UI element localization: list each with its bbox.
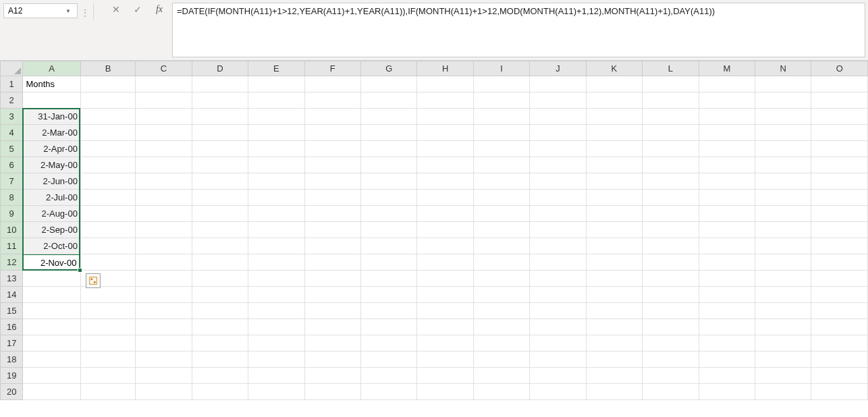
cell-I1[interactable] xyxy=(473,76,529,92)
col-header-J[interactable]: J xyxy=(530,61,586,76)
cell-A16[interactable] xyxy=(23,319,81,335)
cell-C9[interactable] xyxy=(136,206,192,222)
cell-F6[interactable] xyxy=(304,157,360,173)
cell-B16[interactable] xyxy=(80,319,135,335)
cell-A14[interactable] xyxy=(23,287,81,303)
col-header-A[interactable]: A xyxy=(23,61,81,76)
cell-N18[interactable] xyxy=(755,352,811,368)
cell-K11[interactable] xyxy=(586,238,642,254)
cell-N13[interactable] xyxy=(755,271,811,287)
cell-E5[interactable] xyxy=(248,141,304,157)
cell-C5[interactable] xyxy=(136,141,192,157)
cell-F9[interactable] xyxy=(304,206,360,222)
cell-A8[interactable]: 2-Jul-00 xyxy=(23,190,81,206)
row-header-20[interactable]: 20 xyxy=(1,384,23,400)
cell-L7[interactable] xyxy=(643,173,699,190)
cell-G11[interactable] xyxy=(360,238,416,254)
cell-C16[interactable] xyxy=(136,319,192,335)
cell-H6[interactable] xyxy=(417,157,473,173)
cell-C15[interactable] xyxy=(136,303,192,319)
cell-H11[interactable] xyxy=(417,238,473,254)
cell-M14[interactable] xyxy=(699,287,755,303)
cell-B3[interactable] xyxy=(80,109,135,125)
cell-O4[interactable] xyxy=(811,125,868,141)
cell-F15[interactable] xyxy=(304,303,360,319)
cell-J13[interactable] xyxy=(530,271,586,287)
cell-B14[interactable] xyxy=(80,287,135,303)
cell-H3[interactable] xyxy=(417,109,473,125)
cell-K14[interactable] xyxy=(586,287,642,303)
cell-M7[interactable] xyxy=(699,173,755,190)
cell-A10[interactable]: 2-Sep-00 xyxy=(23,222,81,238)
cell-L10[interactable] xyxy=(643,222,699,238)
cell-H5[interactable] xyxy=(417,141,473,157)
cell-E2[interactable] xyxy=(248,92,304,109)
cell-B4[interactable] xyxy=(80,125,135,141)
row-header-16[interactable]: 16 xyxy=(1,319,23,335)
cell-G6[interactable] xyxy=(360,157,416,173)
cell-D20[interactable] xyxy=(192,384,248,400)
cell-L8[interactable] xyxy=(643,190,699,206)
cell-H16[interactable] xyxy=(417,319,473,335)
cell-K1[interactable] xyxy=(586,76,642,92)
cell-G3[interactable] xyxy=(360,109,416,125)
cell-N5[interactable] xyxy=(755,141,811,157)
cell-K15[interactable] xyxy=(586,303,642,319)
row-header-17[interactable]: 17 xyxy=(1,335,23,352)
cell-L12[interactable] xyxy=(643,254,699,271)
row-header-10[interactable]: 10 xyxy=(1,222,23,238)
cell-D4[interactable] xyxy=(192,125,248,141)
cell-C19[interactable] xyxy=(136,368,192,384)
cell-A4[interactable]: 2-Mar-00 xyxy=(23,125,81,141)
cell-D7[interactable] xyxy=(192,173,248,190)
cell-O6[interactable] xyxy=(811,157,868,173)
cell-J19[interactable] xyxy=(530,368,586,384)
cell-G5[interactable] xyxy=(360,141,416,157)
cell-N7[interactable] xyxy=(755,173,811,190)
cell-J3[interactable] xyxy=(530,109,586,125)
cell-J9[interactable] xyxy=(530,206,586,222)
cell-K2[interactable] xyxy=(586,92,642,109)
cell-F4[interactable] xyxy=(304,125,360,141)
cell-M8[interactable] xyxy=(699,190,755,206)
cell-B17[interactable] xyxy=(80,335,135,352)
cell-J1[interactable] xyxy=(530,76,586,92)
cell-B7[interactable] xyxy=(80,173,135,190)
col-header-L[interactable]: L xyxy=(643,61,699,76)
cell-O1[interactable] xyxy=(811,76,868,92)
cell-M11[interactable] xyxy=(699,238,755,254)
cell-L3[interactable] xyxy=(643,109,699,125)
cell-I12[interactable] xyxy=(473,254,529,271)
spreadsheet-grid[interactable]: A B C D E F G H I J K L M N O 1Months233… xyxy=(0,61,868,400)
cell-I13[interactable] xyxy=(473,271,529,287)
cell-H1[interactable] xyxy=(417,76,473,92)
cell-C6[interactable] xyxy=(136,157,192,173)
col-header-H[interactable]: H xyxy=(417,61,473,76)
cell-H9[interactable] xyxy=(417,206,473,222)
cell-K3[interactable] xyxy=(586,109,642,125)
row-header-8[interactable]: 8 xyxy=(1,190,23,206)
cell-G15[interactable] xyxy=(360,303,416,319)
cell-C17[interactable] xyxy=(136,335,192,352)
cell-A5[interactable]: 2-Apr-00 xyxy=(23,141,81,157)
cell-O16[interactable] xyxy=(811,319,868,335)
cell-N14[interactable] xyxy=(755,287,811,303)
cell-M10[interactable] xyxy=(699,222,755,238)
cell-I9[interactable] xyxy=(473,206,529,222)
cell-G7[interactable] xyxy=(360,173,416,190)
cell-H15[interactable] xyxy=(417,303,473,319)
cell-D10[interactable] xyxy=(192,222,248,238)
cell-I14[interactable] xyxy=(473,287,529,303)
cell-A17[interactable] xyxy=(23,335,81,352)
autofill-options-button[interactable] xyxy=(86,273,101,288)
row-header-5[interactable]: 5 xyxy=(1,141,23,157)
cell-F14[interactable] xyxy=(304,287,360,303)
cell-E16[interactable] xyxy=(248,319,304,335)
cell-I7[interactable] xyxy=(473,173,529,190)
cell-F7[interactable] xyxy=(304,173,360,190)
cell-O18[interactable] xyxy=(811,352,868,368)
col-header-B[interactable]: B xyxy=(80,61,135,76)
cell-B12[interactable] xyxy=(80,254,135,271)
cell-M3[interactable] xyxy=(699,109,755,125)
cell-L1[interactable] xyxy=(643,76,699,92)
